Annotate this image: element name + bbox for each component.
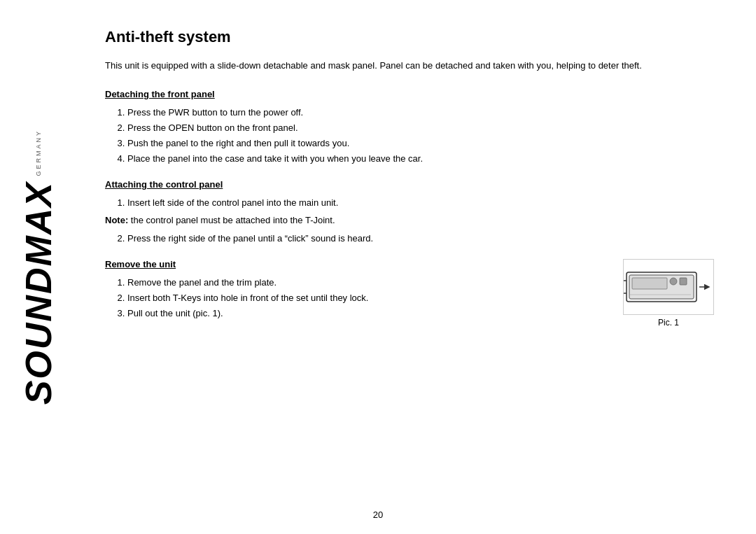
country-label: GERMANY (35, 129, 42, 176)
svg-rect-4 (680, 278, 687, 285)
section-detach: Detaching the front panel Press the PWR … (105, 89, 714, 167)
list-item: Press the OPEN button on the front panel… (127, 120, 714, 136)
svg-rect-2 (632, 278, 667, 289)
main-content: Anti-theft system This unit is equipped … (77, 0, 756, 534)
attach-list: Insert left side of the control panel in… (127, 195, 714, 211)
note-bold: Note: (105, 215, 128, 225)
remove-list: Remove the panel and the trim plate. Ins… (127, 275, 609, 321)
brand-label: SOUNDMAX (20, 181, 57, 405)
attach-list-2: Press the right side of the panel until … (127, 231, 714, 246)
list-item: Pull out the unit (pic. 1). (127, 306, 609, 321)
section-heading-detach: Detaching the front panel (105, 89, 714, 99)
remove-text: Remove the unit Remove the panel and the… (105, 259, 609, 321)
svg-rect-3 (670, 278, 677, 285)
device-image (623, 259, 714, 315)
list-item: Place the panel into the case and take i… (127, 151, 714, 167)
list-item: Press the right side of the panel until … (127, 231, 714, 246)
section-attach: Attaching the control panel Insert left … (105, 179, 714, 246)
list-item: Press the PWR button to turn the power o… (127, 105, 714, 120)
device-illustration-container: Pic. 1 (623, 259, 714, 328)
detach-list: Press the PWR button to turn the power o… (127, 105, 714, 167)
section-heading-remove: Remove the unit (105, 259, 609, 269)
page-container: GERMANY SOUNDMAX Anti-theft system This … (0, 0, 756, 534)
sidebar: GERMANY SOUNDMAX (0, 0, 77, 534)
list-item: Remove the panel and the trim plate. (127, 275, 609, 290)
list-item: Insert left side of the control panel in… (127, 195, 714, 211)
list-item: Insert both T-Keys into hole in front of… (127, 290, 609, 306)
device-svg (624, 260, 713, 314)
pic-label: Pic. 1 (623, 318, 714, 328)
section-remove: Remove the unit Remove the panel and the… (105, 259, 714, 328)
list-item: Push the panel to the right and then pul… (127, 136, 714, 151)
section-heading-attach: Attaching the control panel (105, 179, 714, 190)
intro-text: This unit is equipped with a slide-down … (105, 59, 714, 73)
page-number: 20 (373, 510, 383, 520)
page-title: Anti-theft system (105, 28, 714, 46)
attach-note: Note: the control panel must be attached… (105, 213, 714, 228)
